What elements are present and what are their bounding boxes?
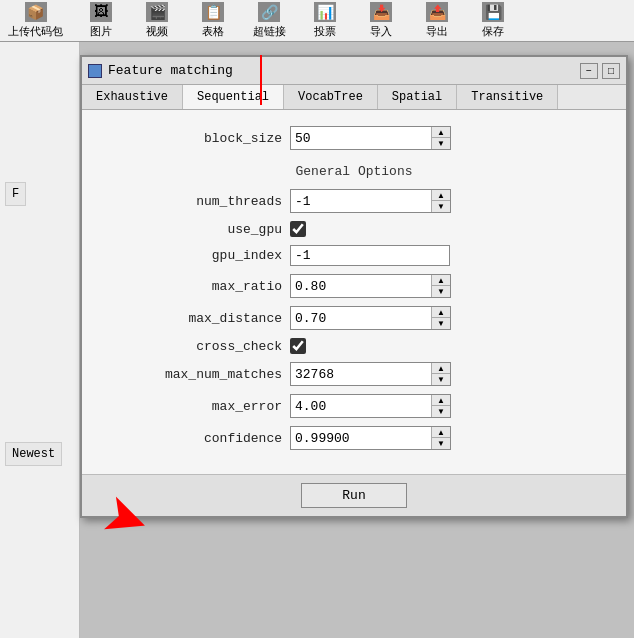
max-distance-label: max_distance (102, 311, 282, 326)
num-threads-up[interactable]: ▲ (432, 190, 450, 201)
num-threads-down[interactable]: ▼ (432, 201, 450, 212)
max-distance-input[interactable] (291, 307, 431, 329)
max-num-matches-down[interactable]: ▼ (432, 374, 450, 385)
cross-check-label: cross_check (102, 339, 282, 354)
confidence-control: ▲ ▼ (290, 426, 451, 450)
max-error-label: max_error (102, 399, 282, 414)
block-size-spinbox: ▲ ▼ (290, 126, 451, 150)
max-distance-down[interactable]: ▼ (432, 318, 450, 329)
max-distance-row: max_distance ▲ ▼ (102, 306, 606, 330)
block-size-input[interactable] (291, 127, 431, 149)
block-size-spinner: ▲ ▼ (431, 127, 450, 149)
tab-transitive[interactable]: Transitive (457, 85, 558, 109)
max-ratio-input[interactable] (291, 275, 431, 297)
toolbar-export[interactable]: 📤 导出 (419, 2, 455, 39)
general-options-header: General Options (102, 164, 606, 179)
gpu-index-label: gpu_index (102, 248, 282, 263)
dialog-content: block_size ▲ ▼ General Options num_threa… (82, 110, 626, 474)
confidence-spinner: ▲ ▼ (431, 427, 450, 449)
max-distance-spinbox: ▲ ▼ (290, 306, 451, 330)
max-num-matches-up[interactable]: ▲ (432, 363, 450, 374)
dialog-title-icon (88, 64, 102, 78)
block-size-control: ▲ ▼ (290, 126, 451, 150)
max-num-matches-input[interactable] (291, 363, 431, 385)
max-ratio-label: max_ratio (102, 279, 282, 294)
link-icon: 🔗 (258, 2, 280, 22)
max-ratio-spinner: ▲ ▼ (431, 275, 450, 297)
tab-spatial[interactable]: Spatial (378, 85, 457, 109)
num-threads-control: ▲ ▼ (290, 189, 451, 213)
toolbar-vote[interactable]: 📊 投票 (307, 2, 343, 39)
upload-icon: 📦 (25, 2, 47, 22)
block-size-row: block_size ▲ ▼ (102, 126, 606, 150)
max-distance-control: ▲ ▼ (290, 306, 451, 330)
num-threads-row: num_threads ▲ ▼ (102, 189, 606, 213)
max-error-up[interactable]: ▲ (432, 395, 450, 406)
cross-check-row: cross_check (102, 338, 606, 354)
block-size-down[interactable]: ▼ (432, 138, 450, 149)
dialog-controls: − □ (580, 63, 620, 79)
confidence-row: confidence ▲ ▼ (102, 426, 606, 450)
max-num-matches-spinner: ▲ ▼ (431, 363, 450, 385)
toolbar-table[interactable]: 📋 表格 (195, 2, 231, 39)
dialog-title: Feature matching (108, 63, 574, 78)
toolbar-link-label: 超链接 (253, 24, 286, 39)
toolbar-upload-label: 上传代码包 (8, 24, 63, 39)
toolbar-vote-label: 投票 (314, 24, 336, 39)
max-distance-spinner: ▲ ▼ (431, 307, 450, 329)
use-gpu-control (290, 221, 306, 237)
max-ratio-down[interactable]: ▼ (432, 286, 450, 297)
tab-exhaustive[interactable]: Exhaustive (82, 85, 183, 109)
table-icon: 📋 (202, 2, 224, 22)
num-threads-spinner: ▲ ▼ (431, 190, 450, 212)
toolbar-video-label: 视频 (146, 24, 168, 39)
confidence-input[interactable] (291, 427, 431, 449)
minimize-button[interactable]: − (580, 63, 598, 79)
use-gpu-row: use_gpu (102, 221, 606, 237)
max-distance-up[interactable]: ▲ (432, 307, 450, 318)
use-gpu-checkbox[interactable] (290, 221, 306, 237)
toolbar-save[interactable]: 💾 保存 (475, 2, 511, 39)
tab-sequential[interactable]: Sequential (183, 85, 284, 110)
max-error-row: max_error ▲ ▼ (102, 394, 606, 418)
side-label-newest: Newest (5, 442, 62, 466)
toolbar-upload[interactable]: 📦 上传代码包 (8, 2, 63, 39)
max-ratio-up[interactable]: ▲ (432, 275, 450, 286)
confidence-up[interactable]: ▲ (432, 427, 450, 438)
max-num-matches-spinbox: ▲ ▼ (290, 362, 451, 386)
cross-check-control (290, 338, 306, 354)
max-error-spinbox: ▲ ▼ (290, 394, 451, 418)
gpu-index-row: gpu_index (102, 245, 606, 266)
block-size-up[interactable]: ▲ (432, 127, 450, 138)
maximize-button[interactable]: □ (602, 63, 620, 79)
max-error-input[interactable] (291, 395, 431, 417)
toolbar-export-label: 导出 (426, 24, 448, 39)
max-num-matches-row: max_num_matches ▲ ▼ (102, 362, 606, 386)
gpu-index-input[interactable] (290, 245, 450, 266)
num-threads-input[interactable] (291, 190, 431, 212)
export-icon: 📤 (426, 2, 448, 22)
import-icon: 📥 (370, 2, 392, 22)
cross-check-checkbox[interactable] (290, 338, 306, 354)
confidence-down[interactable]: ▼ (432, 438, 450, 449)
toolbar-table-label: 表格 (202, 24, 224, 39)
toolbar-video[interactable]: 🎬 视频 (139, 2, 175, 39)
max-num-matches-label: max_num_matches (102, 367, 282, 382)
tab-vocabtree[interactable]: VocabTree (284, 85, 378, 109)
max-ratio-control: ▲ ▼ (290, 274, 451, 298)
toolbar-image[interactable]: 🖼 图片 (83, 2, 119, 39)
max-error-down[interactable]: ▼ (432, 406, 450, 417)
max-error-control: ▲ ▼ (290, 394, 451, 418)
num-threads-spinbox: ▲ ▼ (290, 189, 451, 213)
vote-icon: 📊 (314, 2, 336, 22)
dialog-titlebar: Feature matching − □ (82, 57, 626, 85)
save-icon: 💾 (482, 2, 504, 22)
run-bar: Run (82, 474, 626, 516)
max-ratio-spinbox: ▲ ▼ (290, 274, 451, 298)
tab-bar: Exhaustive Sequential VocabTree Spatial … (82, 85, 626, 110)
toolbar-import[interactable]: 📥 导入 (363, 2, 399, 39)
toolbar-import-label: 导入 (370, 24, 392, 39)
run-button[interactable]: Run (301, 483, 406, 508)
toolbar-save-label: 保存 (482, 24, 504, 39)
toolbar-link[interactable]: 🔗 超链接 (251, 2, 287, 39)
